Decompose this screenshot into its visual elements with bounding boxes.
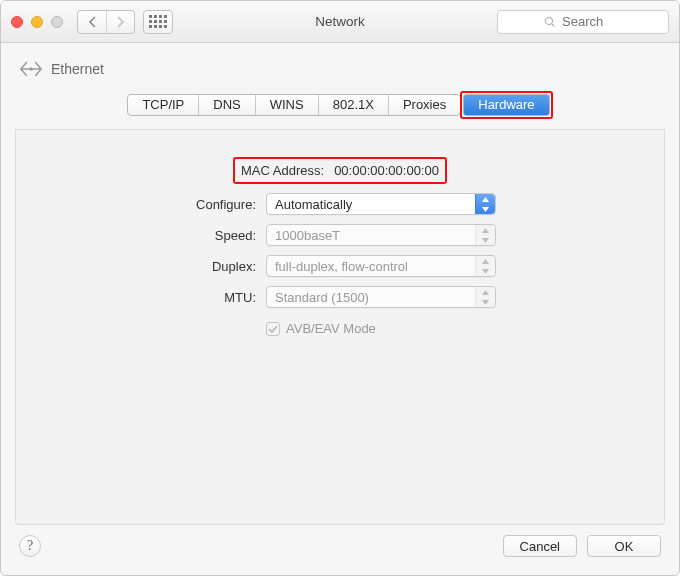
close-window-button[interactable] bbox=[11, 16, 23, 28]
panel-header: Ethernet bbox=[1, 43, 679, 95]
mtu-select: Standard (1500) bbox=[266, 286, 496, 308]
speed-label: Speed: bbox=[124, 228, 256, 243]
titlebar: Network bbox=[1, 1, 679, 43]
stepper-icon bbox=[475, 287, 495, 307]
search-icon bbox=[544, 16, 556, 28]
mac-address-value: 00:00:00:00:00:00 bbox=[334, 163, 439, 178]
stepper-icon bbox=[475, 225, 495, 245]
search-field[interactable] bbox=[497, 10, 669, 34]
tab-8021x[interactable]: 802.1X bbox=[319, 95, 389, 115]
avb-row: AVB/EAV Mode bbox=[266, 321, 556, 336]
hardware-panel: MAC Address: 00:00:00:00:00:00 Configure… bbox=[15, 129, 665, 525]
panel-title: Ethernet bbox=[51, 61, 104, 77]
duplex-select: full-duplex, flow-control bbox=[266, 255, 496, 277]
footer: ? Cancel OK bbox=[1, 525, 679, 575]
duplex-label: Duplex: bbox=[124, 259, 256, 274]
help-button[interactable]: ? bbox=[19, 535, 41, 557]
configure-label: Configure: bbox=[124, 197, 256, 212]
zoom-window-button[interactable] bbox=[51, 16, 63, 28]
cancel-button[interactable]: Cancel bbox=[503, 535, 577, 557]
ok-button[interactable]: OK bbox=[587, 535, 661, 557]
check-icon bbox=[268, 324, 278, 334]
tab-proxies[interactable]: Proxies bbox=[389, 95, 460, 115]
show-all-button[interactable] bbox=[143, 10, 173, 34]
highlight-hardware-tab: Hardware bbox=[460, 91, 552, 119]
network-window: Network Ethernet TCP/IP DNS WINS 802.1X … bbox=[0, 0, 680, 576]
tab-tcpip[interactable]: TCP/IP bbox=[128, 95, 199, 115]
search-input[interactable] bbox=[562, 14, 622, 29]
mtu-value: Standard (1500) bbox=[275, 290, 369, 305]
mtu-label: MTU: bbox=[124, 290, 256, 305]
grid-icon bbox=[149, 15, 167, 28]
nav-buttons bbox=[77, 10, 135, 34]
svg-point-0 bbox=[29, 67, 32, 70]
speed-select: 1000baseT bbox=[266, 224, 496, 246]
highlight-mac-address: MAC Address: 00:00:00:00:00:00 bbox=[233, 157, 447, 184]
avb-label: AVB/EAV Mode bbox=[286, 321, 376, 336]
speed-value: 1000baseT bbox=[275, 228, 340, 243]
stepper-icon bbox=[475, 194, 495, 214]
mac-address-label: MAC Address: bbox=[241, 163, 324, 178]
window-controls bbox=[11, 16, 63, 28]
back-button[interactable] bbox=[78, 11, 106, 33]
minimize-window-button[interactable] bbox=[31, 16, 43, 28]
stepper-icon bbox=[475, 256, 495, 276]
duplex-value: full-duplex, flow-control bbox=[275, 259, 408, 274]
tab-dns[interactable]: DNS bbox=[199, 95, 255, 115]
avb-checkbox bbox=[266, 322, 280, 336]
tab-hardware[interactable]: Hardware bbox=[464, 95, 548, 115]
tab-wins[interactable]: WINS bbox=[256, 95, 319, 115]
tab-bar: TCP/IP DNS WINS 802.1X Proxies Hardware bbox=[1, 91, 679, 119]
configure-select[interactable]: Automatically bbox=[266, 193, 496, 215]
configure-value: Automatically bbox=[275, 197, 352, 212]
forward-button[interactable] bbox=[106, 11, 134, 33]
ethernet-icon bbox=[19, 60, 43, 78]
